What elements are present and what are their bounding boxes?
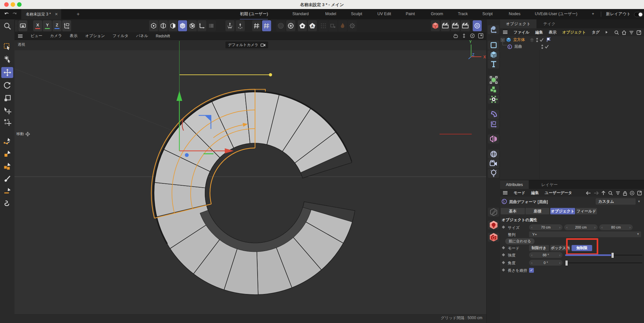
line-cut-tool-button[interactable] <box>1 186 13 197</box>
bend-deformer-create-button[interactable] <box>488 110 499 119</box>
gear-small-button[interactable] <box>348 20 357 31</box>
polygon-pen-tool-button[interactable] <box>1 148 13 159</box>
viewport-canvas[interactable]: YXZ <box>14 40 486 315</box>
attr-popout-icon[interactable] <box>637 191 642 196</box>
group-title[interactable]: オブジェクトの属性 <box>502 217 537 223</box>
mode-keyframe-diamond[interactable] <box>502 246 505 250</box>
strength-stepper[interactable]: ‹88 °› <box>529 252 563 258</box>
attr-menu-edit[interactable]: 編集 <box>531 190 539 196</box>
om-filter-icon[interactable] <box>629 30 634 35</box>
camera-create-button[interactable] <box>488 159 499 168</box>
search-tool-button[interactable] <box>1 21 13 32</box>
view-projection-label[interactable]: 透視 <box>18 42 25 47</box>
om-menu-file[interactable]: ファイル <box>514 30 529 35</box>
attr-filter-icon[interactable] <box>615 191 620 195</box>
modeling-bucket-button[interactable] <box>18 20 27 31</box>
phong-tag-icon[interactable] <box>546 37 551 42</box>
snap-move-button[interactable] <box>225 20 234 31</box>
maximize-view-icon[interactable] <box>478 33 484 39</box>
points-move-tool-button[interactable] <box>1 117 13 128</box>
render-settings-button[interactable] <box>431 20 440 31</box>
layout-tab-7[interactable]: Track <box>458 9 468 19</box>
subdivision-surface-create-button[interactable] <box>488 75 499 84</box>
om-popout-icon[interactable] <box>636 30 641 35</box>
tab-attributes[interactable]: Attributes <box>500 180 529 189</box>
workplane-mode-button[interactable] <box>197 20 206 31</box>
om-home-icon[interactable] <box>621 30 627 35</box>
menu-filter[interactable]: フィルタ <box>113 33 128 39</box>
pan-view-icon[interactable] <box>453 33 459 39</box>
symmetry-create-button[interactable] <box>488 134 499 143</box>
om-menu-more-icon[interactable] <box>605 31 608 34</box>
move-tool-button[interactable] <box>1 67 13 78</box>
keep-length-checkbox[interactable]: ✓ <box>529 268 534 273</box>
object-name[interactable]: 屈曲 <box>514 44 522 49</box>
attr-lock-icon[interactable] <box>623 191 627 196</box>
attr-search-icon[interactable] <box>608 191 613 196</box>
dolly-view-icon[interactable] <box>461 33 467 39</box>
mini-tool-button[interactable] <box>328 20 337 31</box>
redo-icon[interactable] <box>12 12 17 17</box>
align-dropdown[interactable]: Y+ <box>529 231 641 237</box>
fields-button[interactable] <box>276 20 285 31</box>
menu-options[interactable]: オプション <box>85 33 105 39</box>
flame-tool-button[interactable] <box>338 20 347 31</box>
grid-snap-button[interactable] <box>262 20 271 31</box>
rotate-tool-button[interactable] <box>1 80 13 91</box>
angle-keyframe-diamond[interactable] <box>502 261 505 264</box>
rs-light-create-button[interactable] <box>488 220 499 230</box>
layout-toggle[interactable] <box>634 12 643 17</box>
preset-dropdown[interactable]: カスタム <box>596 198 636 205</box>
angle-stepper[interactable]: ‹0 °› <box>529 260 563 266</box>
layout-tab-4[interactable]: UV Edit <box>377 9 391 19</box>
scale-tool-button[interactable] <box>1 93 13 104</box>
viewport[interactable]: ビュー カメラ 表示 オプション フィルタ パネル Redshift YXZ 透… <box>14 32 486 323</box>
grid-button[interactable] <box>252 20 261 31</box>
menu-camera[interactable]: カメラ <box>50 33 62 39</box>
document-tab[interactable]: 名称未設定 3 * ✕ <box>21 9 61 19</box>
visibility-dots[interactable] <box>541 44 544 49</box>
layout-tab-0[interactable]: 初期 (ユーザー) <box>240 9 268 20</box>
render-team-button[interactable] <box>461 20 470 31</box>
tab-layers[interactable]: レイヤー <box>535 180 564 189</box>
new-document-tab-button[interactable]: + <box>77 11 80 17</box>
tweak-tool-button[interactable] <box>1 54 13 64</box>
size-z-stepper[interactable]: ‹80 cm› <box>599 224 633 230</box>
menu-display[interactable]: 表示 <box>70 33 77 39</box>
size-y-stepper[interactable]: ‹200 cm› <box>564 224 598 230</box>
layout-tab-2[interactable]: Model <box>325 9 336 19</box>
section-tab-fields[interactable]: フィールド <box>576 208 597 214</box>
attr-menu-mode[interactable]: モード <box>514 190 526 196</box>
om-search-icon[interactable] <box>614 30 619 35</box>
spline-tools-create-button[interactable] <box>488 25 499 34</box>
tab-objects[interactable]: オブジェクト <box>500 19 536 28</box>
render-view-button[interactable] <box>441 20 450 31</box>
rotate-view-icon[interactable] <box>469 33 475 39</box>
layout-tab-10[interactable]: UVEdit-User (ユーザー) <box>535 9 577 19</box>
viewport-burger-icon[interactable] <box>18 34 23 38</box>
points-mode-button[interactable] <box>149 20 158 31</box>
spline-pen-tool-button[interactable] <box>1 135 13 146</box>
document-tab-close-icon[interactable]: ✕ <box>55 12 58 16</box>
section-tab-coordinates[interactable]: 座標 <box>526 208 549 214</box>
texture-mode-button[interactable] <box>188 20 197 31</box>
edge-mode-button[interactable] <box>159 20 168 31</box>
angle-slider-handle[interactable] <box>565 260 568 266</box>
snap-scale-button[interactable] <box>236 20 245 31</box>
layout-tab-9[interactable]: Nodes <box>509 9 520 19</box>
tab-takes[interactable]: テイク <box>537 19 561 28</box>
modeling-preset-button[interactable] <box>298 20 307 31</box>
angle-slider-track[interactable] <box>565 262 642 263</box>
render-picture-viewer-button[interactable] <box>451 20 460 31</box>
new-layout-button[interactable]: 新レイアウト <box>606 9 630 19</box>
menu-panel[interactable]: パネル <box>136 33 148 39</box>
layout-tab-1[interactable]: Standard <box>292 9 309 19</box>
undo-icon[interactable] <box>4 12 10 17</box>
spline-smooth-tool-button[interactable] <box>1 198 13 209</box>
attr-burger-icon[interactable] <box>503 191 508 195</box>
toolbar-drag-handle[interactable] <box>15 20 18 31</box>
preset-caret-icon[interactable]: ▼ <box>638 200 640 203</box>
strength-keyframe-diamond[interactable] <box>502 253 505 257</box>
layout-tab-3[interactable]: Sculpt <box>351 9 362 19</box>
om-menu-edit[interactable]: 編集 <box>535 30 543 35</box>
